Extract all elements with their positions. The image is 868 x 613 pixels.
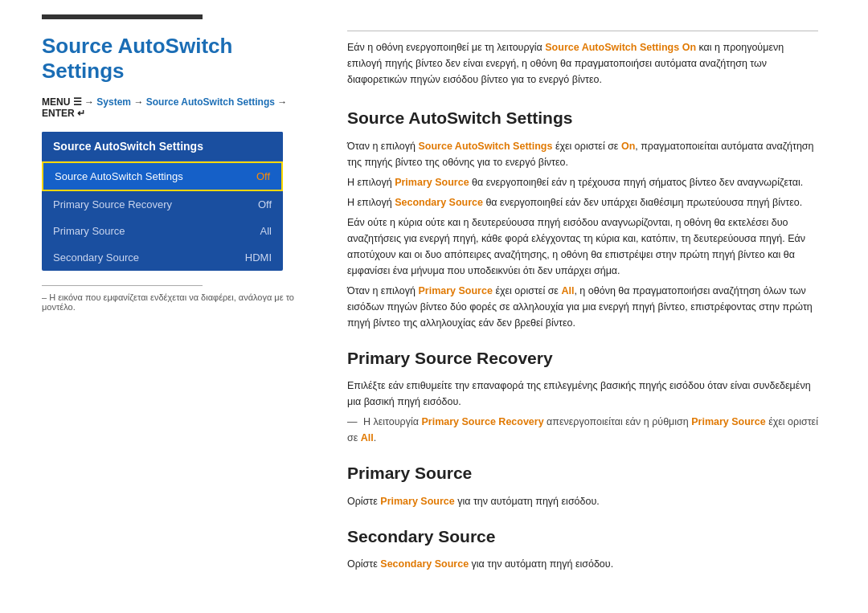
menu-item-primary-recovery[interactable]: Primary Source Recovery Off <box>42 191 283 218</box>
section-source-autoswitch: Source AutoSwitch Settings Όταν η επιλογ… <box>347 105 818 331</box>
menu-item-primary-recovery-label: Primary Source Recovery <box>53 198 172 210</box>
breadcrumb-menu-label: MENU <box>42 96 73 108</box>
section-heading-primary-recovery: Primary Source Recovery <box>347 345 818 372</box>
section-primary-source-recovery: Primary Source Recovery Επιλέξτε εάν επι… <box>347 345 818 447</box>
page-title: Source AutoSwitch Settings <box>42 34 315 84</box>
section-para-primary-source: Ορίστε Primary Source για την αυτόματη π… <box>347 493 818 509</box>
section-para-recovery-1: Επιλέξτε εάν επιθυμείτε την επαναφορά τη… <box>347 378 818 410</box>
right-top-divider <box>347 31 818 31</box>
menu-item-primary-recovery-value: Off <box>258 198 272 210</box>
right-column: Εάν η οθόνη ενεργοποιηθεί με τη λειτουργ… <box>347 19 826 613</box>
primary-recovery-note: — Η λειτουργία Primary Source Recovery α… <box>347 414 818 446</box>
breadcrumb-highlight: Source AutoSwitch Settings <box>146 96 275 108</box>
section-heading-source-autoswitch: Source AutoSwitch Settings <box>347 105 818 132</box>
section-para-secondary-source: Ορίστε Secondary Source για την αυτόματη… <box>347 556 818 572</box>
section-para-2: Η επιλογή Primary Source θα ενεργοποιηθε… <box>347 174 818 190</box>
breadcrumb-arrow1: → <box>82 96 97 108</box>
intro-pre: Εάν η οθόνη ενεργοποιηθεί με τη λειτουργ… <box>347 42 545 53</box>
section-para-5: Όταν η επιλογή Primary Source έχει οριστ… <box>347 283 818 331</box>
left-divider <box>42 285 203 286</box>
breadcrumb-arrow2: → <box>131 96 146 108</box>
menu-item-source-autoswitch-label: Source AutoSwitch Settings <box>55 170 183 182</box>
content-wrapper: Source AutoSwitch Settings MENU ☰ → Syst… <box>0 19 868 613</box>
menu-box: Source AutoSwitch Settings Source AutoSw… <box>42 132 283 271</box>
left-column: Source AutoSwitch Settings MENU ☰ → Syst… <box>42 19 315 613</box>
breadcrumb-enter-icon: ↵ <box>77 108 85 119</box>
menu-item-primary-source-label: Primary Source <box>53 225 125 237</box>
breadcrumb-menu-icon: ☰ <box>73 96 82 108</box>
menu-item-secondary-source-value: HDMI <box>245 251 272 264</box>
menu-item-primary-source[interactable]: Primary Source All <box>42 218 283 244</box>
section-para-3: Η επιλογή Secondary Source θα ενεργοποιη… <box>347 194 818 210</box>
menu-item-secondary-source[interactable]: Secondary Source HDMI <box>42 244 283 271</box>
footnote: – Η εικόνα που εμφανίζεται ενδέχεται να … <box>42 292 315 312</box>
menu-box-title: Source AutoSwitch Settings <box>42 132 283 161</box>
breadcrumb-system: System <box>96 96 131 108</box>
menu-item-primary-source-value: All <box>260 225 272 237</box>
section-primary-source: Primary Source Ορίστε Primary Source για… <box>347 460 818 509</box>
menu-item-source-autoswitch-value: Off <box>256 170 270 182</box>
section-para-4: Εάν ούτε η κύρια ούτε και η δευτερεύουσα… <box>347 215 818 279</box>
intro-text: Εάν η οθόνη ενεργοποιηθεί με τη λειτουργ… <box>347 39 818 88</box>
section-para-1: Όταν η επιλογή Source AutoSwitch Setting… <box>347 138 818 170</box>
breadcrumb: MENU ☰ → System → Source AutoSwitch Sett… <box>42 96 315 119</box>
section-heading-secondary-source: Secondary Source <box>347 524 818 550</box>
section-heading-primary-source: Primary Source <box>347 460 818 487</box>
menu-item-secondary-source-label: Secondary Source <box>53 251 139 264</box>
menu-item-source-autoswitch[interactable]: Source AutoSwitch Settings Off <box>42 161 283 191</box>
section-secondary-source: Secondary Source Ορίστε Secondary Source… <box>347 524 818 573</box>
intro-highlight1: Source AutoSwitch Settings On <box>545 42 696 53</box>
